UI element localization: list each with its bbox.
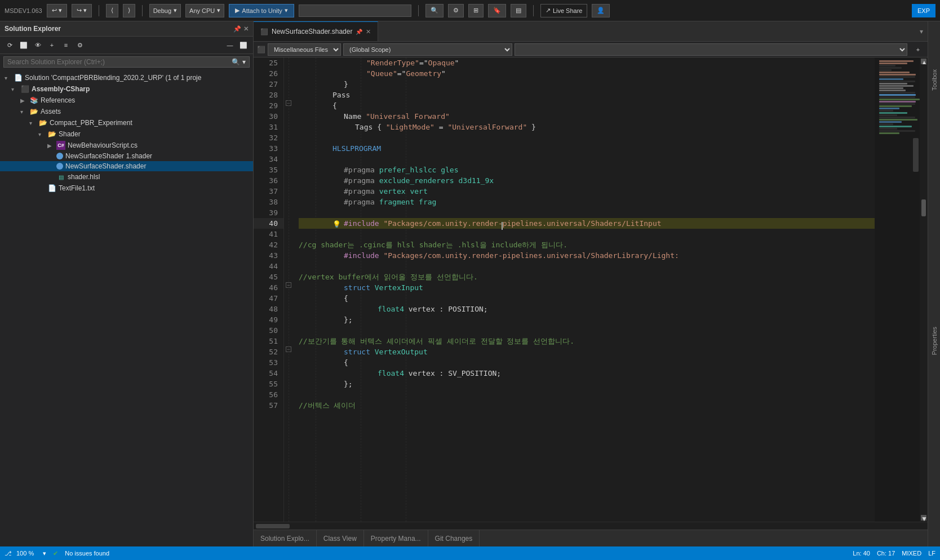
solution-arrow: ▾ <box>5 75 10 81</box>
se-show-all-btn[interactable]: 👁 <box>32 39 44 51</box>
assets-folder-icon: 📂 <box>29 107 38 116</box>
horizontal-scrollbar-area <box>254 522 928 530</box>
minimap-thumb[interactable] <box>913 138 919 172</box>
attach-unity-button[interactable]: ▶ Attach to Unity ▾ <box>229 4 294 17</box>
scroll-down-btn[interactable]: ▼ <box>921 515 926 521</box>
code-line-31: Tags { "LightMode" = "UniversalForward" … <box>299 122 875 132</box>
btab-solution-explorer[interactable]: Solution Explo... <box>254 530 317 546</box>
exp-button[interactable]: EXP <box>912 4 935 17</box>
h-scroll-track[interactable] <box>256 524 925 528</box>
ln-28: 28 <box>254 90 283 100</box>
vertical-scrollbar[interactable]: ▲ ▼ <box>920 57 928 522</box>
mm-18 <box>879 99 920 100</box>
mm-24 <box>879 112 907 114</box>
forward-button[interactable]: ⟩ <box>123 4 135 17</box>
scroll-track[interactable] <box>921 64 926 515</box>
shader-folder-node[interactable]: ▾ 📂 Shader <box>0 128 253 140</box>
mm-5 <box>879 69 892 71</box>
se-pin-icon[interactable]: 📌 <box>233 25 241 33</box>
new-behaviour-arrow: ▶ <box>47 143 53 149</box>
settings-icon-btn[interactable]: ⚙ <box>448 4 464 17</box>
undo-button[interactable]: ↩ ▾ <box>47 4 67 17</box>
solution-node[interactable]: ▾ 📄 Solution 'CompactPBRBlending_2020.2_… <box>0 72 253 83</box>
code-line-33: HLSLPROGRAM <box>299 143 875 154</box>
ln-46: 46 <box>254 282 283 293</box>
se-new-file-btn[interactable]: + <box>46 39 58 51</box>
new-behaviour-node[interactable]: ▶ C# NewBehaviourScript.cs <box>0 140 253 151</box>
code-content[interactable]: "RenderType"="Opaque" "Queue"="Geometry"… <box>293 57 875 522</box>
toolbar-icon-2: ▤ <box>516 7 521 14</box>
ln-50: 50 <box>254 325 283 336</box>
se-search-dropdown[interactable]: ▾ <box>242 58 246 66</box>
mm-32 <box>879 130 915 132</box>
se-settings-btn[interactable]: ⚙ <box>74 39 86 51</box>
tab-pin-icon[interactable]: 📌 <box>356 29 362 35</box>
live-share-button[interactable]: ↗ Live Share <box>540 4 588 17</box>
undo-dropdown: ▾ <box>59 7 62 14</box>
hlsl-node[interactable]: ▤ shader.hlsl <box>0 171 253 183</box>
ln-42: 42 <box>254 239 283 250</box>
account-button[interactable]: 👤 <box>592 4 610 17</box>
search-icon: 🔍 <box>431 7 438 14</box>
nav-member-select[interactable] <box>515 43 907 56</box>
bookmark-btn[interactable]: 🔖 <box>488 4 506 17</box>
compact-pbr-label: Compact_PBR_Experiment <box>50 119 132 127</box>
live-share-label: Live Share <box>553 7 583 14</box>
scroll-up-btn[interactable]: ▲ <box>921 59 926 64</box>
textfile-node[interactable]: 📄 TextFile1.txt <box>0 183 253 194</box>
sb-encoding: MIXED <box>902 550 921 557</box>
se-search-input[interactable] <box>7 58 229 66</box>
se-expand-btn[interactable]: ⬜ <box>237 39 250 51</box>
mm-21 <box>879 105 912 107</box>
nav-bar: ⬛ Miscellaneous Files (Global Scope) + <box>254 42 928 57</box>
refactor-btn[interactable]: ⊞ <box>468 4 484 17</box>
assembly-node[interactable]: ▾ ⬛ Assembly-CSharp <box>0 83 253 95</box>
se-prop-btn[interactable]: ⬜ <box>17 39 30 51</box>
shader1-node[interactable]: NewSurfaceShader 1.shader <box>0 151 253 161</box>
se-sync-btn[interactable]: ⟳ <box>3 39 16 51</box>
btab-class-view[interactable]: Class View <box>317 530 364 546</box>
back-button[interactable]: ⟨ <box>106 4 118 17</box>
sb-zoom-dropdown[interactable]: ▾ <box>43 550 46 557</box>
redo-button[interactable]: ↪ ▾ <box>72 4 92 17</box>
references-node[interactable]: ▶ 📚 References <box>0 95 253 106</box>
cpu-dropdown[interactable]: Any CPU ▾ <box>185 4 224 17</box>
code-line-47: { <box>299 293 875 304</box>
nav-misc-select[interactable]: Miscellaneous Files <box>268 43 341 56</box>
rs-toolbox[interactable]: Toolbox <box>930 24 939 136</box>
se-search-box[interactable]: 🔍 ▾ <box>3 56 250 68</box>
refactor-icon: ⊞ <box>473 7 478 14</box>
btab-git-changes[interactable]: Git Changes <box>428 530 480 546</box>
debug-dropdown[interactable]: Debug ▾ <box>149 4 181 17</box>
rs-properties[interactable]: Properties <box>930 137 939 544</box>
tab-dropdown[interactable]: ▾ <box>915 21 928 41</box>
sb-branch-icon: ⎇ <box>5 550 12 557</box>
h-scroll-thumb[interactable] <box>256 524 290 528</box>
search-box[interactable] <box>299 5 411 17</box>
mm-15 <box>879 92 915 94</box>
code-line-29: { <box>299 100 875 111</box>
se-title: Solution Explorer <box>5 25 61 33</box>
se-close-icon[interactable]: ✕ <box>243 25 249 33</box>
btab-property-manager[interactable]: Property Mana... <box>364 530 428 546</box>
nav-add-btn[interactable]: + <box>912 43 924 56</box>
minimap <box>875 57 920 522</box>
se-filter-btn[interactable]: ≡ <box>60 39 72 51</box>
shader-icon <box>56 163 63 170</box>
shader-node-selected[interactable]: NewSurfaceShader.shader <box>0 161 253 171</box>
search-icon-btn[interactable]: 🔍 <box>425 4 444 17</box>
assets-node[interactable]: ▾ 📂 Assets <box>0 106 253 117</box>
ln-51: 51 <box>254 336 283 346</box>
forward-nav-btn: ⟩ <box>128 7 130 14</box>
compact-pbr-node[interactable]: ▾ 📂 Compact_PBR_Experiment <box>0 117 253 128</box>
scroll-thumb[interactable] <box>921 199 926 216</box>
toolbar-icon-btn2[interactable]: ▤ <box>511 4 526 17</box>
code-line-50 <box>299 325 875 336</box>
ln-57: 57 <box>254 400 283 411</box>
nav-scope-select[interactable]: (Global Scope) <box>343 43 512 56</box>
ln-45: 45 <box>254 272 283 282</box>
se-minus-btn[interactable]: — <box>224 39 236 51</box>
tab-close-button[interactable]: ✕ <box>366 28 371 35</box>
active-tab[interactable]: ⬛ NewSurfaceShader.shader 📌 ✕ <box>254 21 378 41</box>
redo-dropdown: ▾ <box>83 7 87 14</box>
